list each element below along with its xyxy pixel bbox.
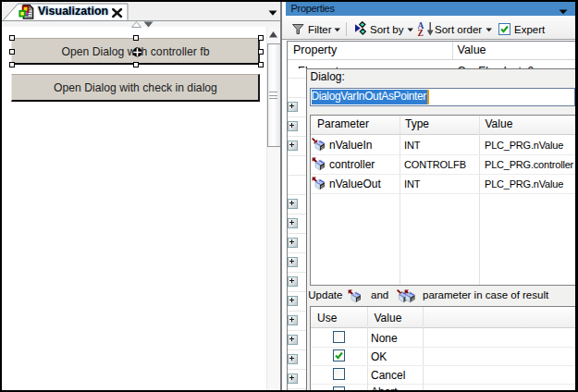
svg-text:Z: Z (417, 29, 423, 37)
